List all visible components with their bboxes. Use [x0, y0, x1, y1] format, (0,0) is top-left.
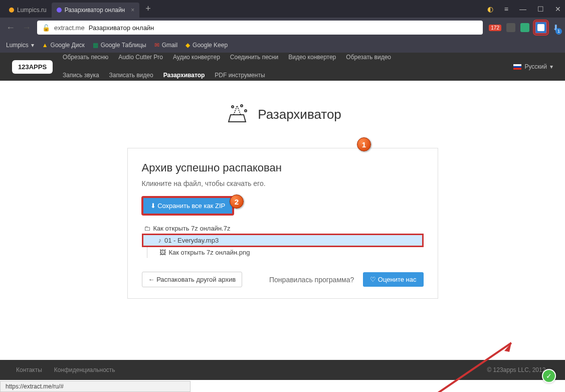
- close-icon[interactable]: ×: [131, 7, 134, 14]
- favicon-icon: [9, 8, 14, 13]
- window-controls: ◐ ≡ — ☐ ✕: [487, 5, 561, 13]
- tree-root[interactable]: 🗀 Как открыть 7z онлайн.7z: [142, 223, 424, 234]
- back-icon[interactable]: ←: [6, 23, 15, 33]
- result-heading: Архив успешно распакован: [142, 161, 424, 174]
- page-title: Разархиватор: [258, 107, 341, 122]
- nav-link[interactable]: Записать видео: [109, 70, 153, 81]
- tree-item[interactable]: 🖼 Как открыть 7z онлайн.png: [147, 247, 424, 258]
- svg-point-0: [232, 106, 234, 108]
- archive-icon: [224, 101, 251, 128]
- downloads-icon[interactable]: ⬇1: [552, 23, 559, 33]
- new-tab-button[interactable]: +: [139, 4, 157, 14]
- svg-point-1: [241, 105, 243, 107]
- maximize-icon[interactable]: ☐: [537, 5, 544, 13]
- tree-item-selected[interactable]: ♪ 01 - Everyday.mp3: [142, 234, 424, 247]
- nav-link[interactable]: Запись звука: [63, 70, 99, 81]
- flag-ru-icon: [513, 64, 521, 70]
- callout-1: 1: [357, 137, 371, 151]
- main-content: Разархиватор Архив успешно распакован Кл…: [0, 81, 565, 299]
- archive-file-icon: 🗀: [144, 225, 150, 232]
- drive-icon: ▲: [42, 42, 48, 49]
- zen-icon[interactable]: ◐: [487, 5, 493, 13]
- result-subtitle: Кликните на файл, чтобы скачать его.: [142, 179, 424, 187]
- result-card: Архив успешно распакован Кликните на фай…: [127, 148, 438, 299]
- site-logo[interactable]: 123APPS: [12, 60, 53, 74]
- extension-icon[interactable]: [506, 23, 515, 32]
- shield-check-icon: ✓: [542, 369, 556, 383]
- nav-link[interactable]: Видео конвертер: [288, 52, 336, 63]
- extract-another-button[interactable]: ← Распаковать другой архив: [142, 272, 243, 287]
- nav-link[interactable]: PDF инструменты: [215, 70, 265, 81]
- url-domain: extract.me: [54, 24, 85, 32]
- extension-badge[interactable]: 172: [489, 25, 501, 31]
- nav-link[interactable]: Обрезать видео: [346, 52, 391, 63]
- close-window-icon[interactable]: ✕: [555, 5, 561, 13]
- card-footer: ← Распаковать другой архив Понравилась п…: [142, 272, 424, 287]
- site-nav: 123APPS Обрезать песню Audio Cutter Pro …: [0, 53, 565, 81]
- tab-title: Разархиватор онлайн: [65, 7, 125, 14]
- tab-title: Lumpics.ru: [17, 7, 47, 14]
- rate-us-button[interactable]: ♡ Оцените нас: [363, 272, 423, 287]
- svg-point-2: [245, 110, 247, 112]
- callout-2: 2: [230, 194, 244, 209]
- bookmark-lumpics[interactable]: Lumpics ▾: [6, 42, 34, 49]
- address-bar: ← → 🔓 extract.me Разархиватор онлайн 172…: [0, 18, 565, 38]
- status-bar: https://extract.me/ru/#: [0, 381, 191, 392]
- chevron-down-icon: ▾: [550, 63, 553, 70]
- bookmark-gkeep[interactable]: ◆Google Keep: [185, 42, 228, 49]
- language-selector[interactable]: Русский ▾: [513, 63, 553, 70]
- like-text: Понравилась программа?: [269, 276, 354, 284]
- page-footer: Контакты Конфиденциальность © 123apps LL…: [0, 360, 565, 380]
- file-tree: 🗀 Как открыть 7z онлайн.7z ♪ 01 - Everyd…: [142, 223, 424, 258]
- nav-links: Обрезать песню Audio Cutter Pro Аудио ко…: [63, 52, 424, 81]
- nav-link[interactable]: Аудио конвертер: [173, 52, 220, 63]
- tab-lumpics[interactable]: Lumpics.ru: [4, 3, 52, 18]
- tree-item-label: Как открыть 7z онлайн.png: [169, 249, 250, 256]
- extension-icons: 172 ⬇1: [489, 21, 559, 34]
- browser-titlebar: Lumpics.ru Разархиватор онлайн × + ◐ ≡ —…: [0, 0, 565, 18]
- gmail-icon: ✉: [154, 42, 159, 49]
- extension-icon[interactable]: [520, 23, 529, 32]
- download-count: 1: [555, 28, 562, 35]
- nav-arrows: ← →: [6, 23, 31, 33]
- image-file-icon: 🖼: [159, 249, 166, 256]
- footer-link[interactable]: Контакты: [16, 366, 42, 373]
- bookmark-gmail[interactable]: ✉Gmail: [154, 42, 177, 49]
- bookmark-gdrive[interactable]: ▲Google Диск: [42, 42, 85, 49]
- bookmarks-bar: Lumpics ▾ ▲Google Диск ▦Google Таблицы ✉…: [0, 38, 565, 53]
- tab-extractme[interactable]: Разархиватор онлайн ×: [52, 3, 140, 18]
- url-rest: Разархиватор онлайн: [89, 24, 154, 32]
- tree-item-label: 01 - Everyday.mp3: [164, 237, 219, 244]
- download-extension-icon[interactable]: [534, 21, 547, 34]
- lock-icon: 🔓: [42, 24, 50, 32]
- svg-marker-4: [504, 343, 511, 352]
- sheets-icon: ▦: [93, 42, 98, 49]
- save-all-zip-button[interactable]: ⬇ Сохранить все как ZIP: [142, 197, 234, 215]
- nav-link-active[interactable]: Разархиватор: [163, 70, 205, 81]
- copyright: © 123apps LLC, 2012–: [487, 366, 549, 373]
- favicon-icon: [57, 8, 62, 13]
- nav-link[interactable]: Соединить песни: [230, 52, 278, 63]
- url-field[interactable]: 🔓 extract.me Разархиватор онлайн: [37, 21, 483, 35]
- nav-link[interactable]: Audio Cutter Pro: [118, 52, 163, 63]
- hero: Разархиватор: [224, 101, 341, 128]
- minimize-icon[interactable]: —: [519, 5, 526, 13]
- menu-icon[interactable]: ≡: [504, 5, 508, 13]
- footer-link[interactable]: Конфиденциальность: [54, 366, 115, 373]
- keep-icon: ◆: [185, 42, 190, 49]
- nav-link[interactable]: Обрезать песню: [63, 52, 108, 63]
- language-label: Русский: [524, 63, 547, 70]
- tree-root-label: Как открыть 7z онлайн.7z: [153, 225, 231, 232]
- bookmark-gsheets[interactable]: ▦Google Таблицы: [93, 42, 146, 49]
- music-file-icon: ♪: [158, 237, 162, 244]
- forward-icon[interactable]: →: [22, 23, 31, 33]
